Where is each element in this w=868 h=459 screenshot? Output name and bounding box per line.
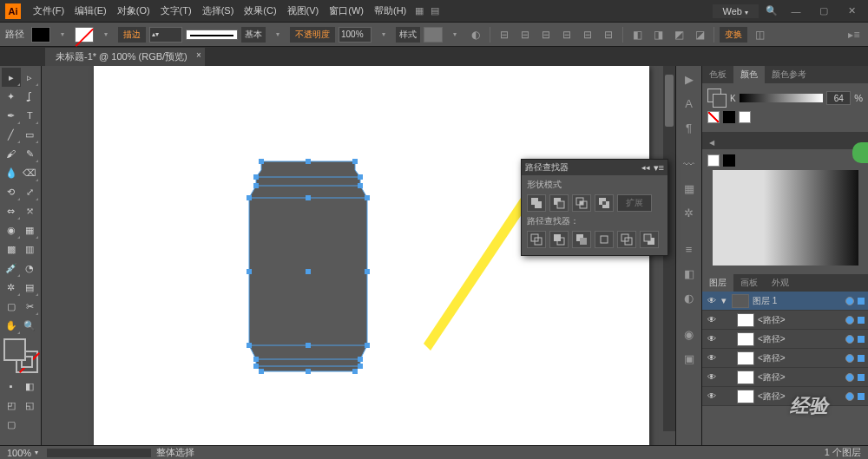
- layer-row[interactable]: 👁<路径>: [702, 387, 868, 406]
- target-icon[interactable]: [845, 373, 854, 382]
- align-vcenter-icon[interactable]: ⊟: [579, 26, 596, 43]
- visibility-icon[interactable]: 👁: [706, 315, 718, 325]
- shape-mode-icon[interactable]: ◨: [649, 26, 667, 43]
- layer-row[interactable]: 👁<路径>: [702, 368, 868, 387]
- align-left-icon[interactable]: ⊟: [496, 26, 513, 43]
- fill-swatch[interactable]: [31, 27, 50, 43]
- swatches-tab[interactable]: 色板: [702, 66, 733, 83]
- visibility-icon[interactable]: 👁: [706, 372, 718, 382]
- target-icon[interactable]: [845, 354, 854, 363]
- perspective-tool[interactable]: ▦: [21, 220, 40, 239]
- recolor-icon[interactable]: ◐: [467, 26, 484, 43]
- transform-link[interactable]: 变换: [720, 27, 747, 43]
- layer-row[interactable]: 👁<路径>: [702, 330, 868, 349]
- paragraph-panel-icon[interactable]: ¶: [680, 118, 699, 137]
- close-button[interactable]: ✕: [840, 3, 863, 19]
- intersect-button[interactable]: [572, 194, 591, 212]
- align-hcenter-icon[interactable]: ⊟: [516, 26, 534, 43]
- outline-button[interactable]: [617, 231, 636, 248]
- layer-item-name[interactable]: <路径>: [758, 390, 842, 403]
- style-swatch[interactable]: [424, 27, 443, 43]
- white-swatch-icon[interactable]: [739, 111, 751, 123]
- layer-row[interactable]: 👁<路径>: [702, 349, 868, 368]
- color-mode-fill[interactable]: ▪: [2, 377, 21, 396]
- selection-tool[interactable]: ▸: [2, 68, 21, 87]
- color-mode-gradient[interactable]: ◧: [21, 377, 40, 396]
- target-icon[interactable]: [845, 335, 854, 344]
- blend-tool[interactable]: ◔: [21, 259, 40, 278]
- graphic-styles-panel-icon[interactable]: ▣: [680, 349, 699, 368]
- target-icon[interactable]: [845, 392, 854, 401]
- opacity-link[interactable]: 不透明度: [290, 27, 335, 43]
- shape-mode-icon[interactable]: ◪: [691, 26, 708, 43]
- menu-edit[interactable]: 编辑(E): [69, 4, 112, 17]
- transform-icon[interactable]: ◫: [751, 26, 768, 43]
- blob-brush-tool[interactable]: 💧: [2, 163, 21, 182]
- line-tool[interactable]: ╱: [2, 125, 21, 144]
- color-tab[interactable]: 颜色: [733, 66, 765, 83]
- hand-tool[interactable]: ✋: [2, 316, 21, 335]
- menu-object[interactable]: 对象(O): [112, 4, 155, 17]
- artboard-tool[interactable]: ▢: [2, 297, 21, 316]
- chevron-down-icon[interactable]: ▾: [446, 26, 464, 43]
- magic-wand-tool[interactable]: ✦: [2, 87, 21, 106]
- layer-row[interactable]: 👁<路径>: [702, 311, 868, 330]
- visibility-icon[interactable]: 👁: [706, 391, 718, 401]
- menu-effect[interactable]: 效果(C): [239, 4, 281, 17]
- paintbrush-tool[interactable]: 🖌: [2, 144, 21, 163]
- draw-mode-icon[interactable]: ◱: [21, 396, 40, 415]
- none-swatch-icon[interactable]: [707, 111, 720, 123]
- exclude-button[interactable]: [595, 194, 614, 212]
- transparency-panel-icon[interactable]: ◐: [680, 288, 699, 307]
- bridge-icon[interactable]: ▦: [411, 3, 427, 19]
- menu-file[interactable]: 文件(F): [28, 4, 69, 17]
- graph-tool[interactable]: ▤: [21, 278, 40, 297]
- pen-tool[interactable]: ✒: [2, 106, 21, 125]
- menu-window[interactable]: 窗口(W): [324, 4, 369, 17]
- draw-mode-icon[interactable]: ◰: [2, 396, 21, 415]
- stroke-link[interactable]: 描边: [118, 27, 146, 43]
- gradient-black-stop[interactable]: [723, 154, 735, 167]
- rectangle-tool[interactable]: ▭: [21, 125, 40, 144]
- target-icon[interactable]: [845, 297, 854, 305]
- menu-type[interactable]: 文字(T): [155, 4, 197, 17]
- play-icon[interactable]: ▶: [680, 69, 699, 89]
- lasso-tool[interactable]: ʆ: [21, 87, 40, 106]
- eyedropper-tool[interactable]: 💉: [2, 259, 21, 278]
- selected-artwork[interactable]: [246, 156, 371, 378]
- visibility-icon[interactable]: 👁: [706, 334, 718, 344]
- mesh-tool[interactable]: ▩: [2, 239, 21, 259]
- layer-item-name[interactable]: <路径>: [758, 352, 842, 364]
- fill-indicator[interactable]: [3, 338, 26, 361]
- navigator-scrub[interactable]: [47, 449, 151, 457]
- free-transform-tool[interactable]: ⤱: [21, 201, 40, 220]
- brushes-panel-icon[interactable]: 〰: [680, 154, 699, 174]
- menu-select[interactable]: 选择(S): [197, 4, 240, 17]
- shape-mode-icon[interactable]: ◩: [670, 26, 687, 43]
- visibility-icon[interactable]: 👁: [706, 353, 718, 363]
- fill-stroke-mini[interactable]: [707, 89, 727, 108]
- layers-tab[interactable]: 图层: [702, 274, 733, 292]
- shape-mode-icon[interactable]: ◧: [628, 26, 646, 43]
- fill-dropdown-icon[interactable]: ▾: [54, 26, 71, 43]
- shape-builder-tool[interactable]: ◉: [2, 220, 21, 239]
- appearance-tab[interactable]: 外观: [765, 274, 796, 292]
- align-bottom-icon[interactable]: ⊟: [600, 26, 617, 43]
- layer-item-name[interactable]: <路径>: [758, 314, 842, 326]
- chevron-down-icon[interactable]: ▾: [375, 26, 392, 43]
- symbols-panel-icon[interactable]: ✲: [680, 203, 699, 222]
- width-tool[interactable]: ⇔: [2, 201, 21, 220]
- merge-button[interactable]: [572, 231, 591, 248]
- gradient-tool[interactable]: ▥: [21, 239, 40, 259]
- panel-menu-icon[interactable]: ▾≡: [654, 162, 664, 174]
- minus-front-button[interactable]: [549, 194, 569, 212]
- panel-menu-icon[interactable]: ▸≡: [845, 26, 863, 43]
- k-slider[interactable]: [740, 94, 824, 102]
- character-panel-icon[interactable]: A: [680, 94, 699, 113]
- trim-button[interactable]: [549, 231, 569, 248]
- color-guide-tab[interactable]: 颜色参考: [765, 66, 813, 83]
- chevron-down-icon[interactable]: ▾: [269, 26, 286, 43]
- workspace-switcher[interactable]: Web ▾: [713, 4, 759, 18]
- menu-help[interactable]: 帮助(H): [369, 4, 411, 17]
- opacity-input[interactable]: 100%: [339, 27, 372, 43]
